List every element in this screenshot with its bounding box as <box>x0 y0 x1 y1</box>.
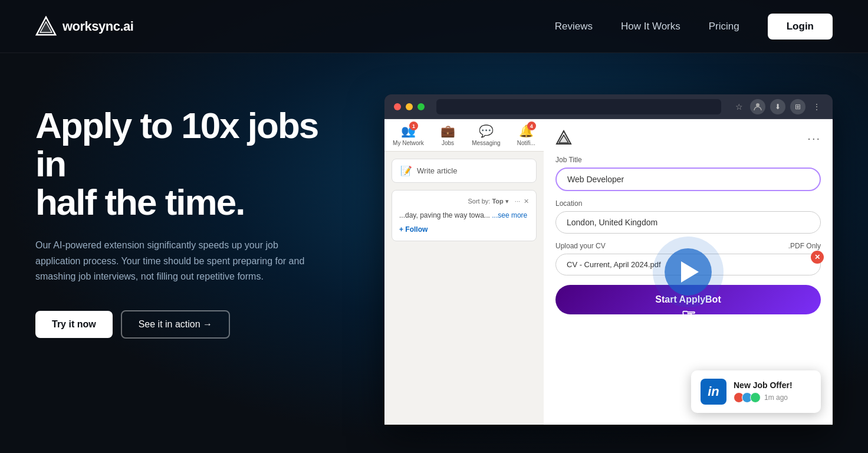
location-label: Location <box>555 199 821 208</box>
notifications-badge: 4 <box>527 122 536 130</box>
video-play-button[interactable] <box>665 248 712 296</box>
browser-mockup: ☆ ⬇ ⊞ ⋮ 👥 1 <box>384 94 833 425</box>
hero-heading-line1: Apply to 10x jobs in <box>35 105 318 184</box>
write-article-label: Write article <box>417 166 457 175</box>
hero-heading-line2: half the time. <box>35 182 244 222</box>
star-icon: ☆ <box>733 102 745 111</box>
linkedin-in-text: in <box>708 384 719 399</box>
download-icon: ⬇ <box>770 99 785 114</box>
write-icon: 📝 <box>400 165 412 176</box>
location-input[interactable]: London, United Kingdom <box>555 211 821 234</box>
extension-header: ··· <box>555 130 821 146</box>
sort-bar: Sort by: Top ▾ ··· ✕ <box>399 198 529 205</box>
post-text: ...day, paving the way towa... ...see mo… <box>399 210 529 221</box>
linkedin-nav-network: 👥 1 My Network <box>393 124 424 146</box>
job-title-label: Job Title <box>555 156 821 164</box>
logo-text: worksync.ai <box>63 19 133 34</box>
write-article-button[interactable]: 📝 Write article <box>392 159 537 183</box>
notification-title: New Job Offer! <box>734 380 793 390</box>
post-menu-dots[interactable]: ··· <box>515 198 520 205</box>
linkedin-body: 📝 Write article Sort by: Top ▾ ··· ✕ ...… <box>384 152 544 248</box>
upload-label: Upload your CV <box>555 242 606 250</box>
start-applybot-label: Start ApplyBot <box>655 294 721 304</box>
notification-content: New Job Offer! 1m ago <box>734 380 793 403</box>
notification-time: 1m ago <box>764 393 788 402</box>
network-label: My Network <box>393 140 424 146</box>
job-title-value: Web Developer <box>567 175 624 184</box>
extension-logo-icon <box>555 130 572 146</box>
cursor-hand-icon: ☞ <box>681 306 696 325</box>
more-options-icon: ⋮ <box>810 102 823 111</box>
linkedin-nav: 👥 1 My Network 💼 Jobs 💬 Messaging <box>384 119 544 152</box>
cv-filename: CV - Current, April 2024.pdf <box>567 260 661 269</box>
header: worksync.ai Reviews How It Works Pricing… <box>0 0 868 53</box>
hero-left: Apply to 10x jobs in half the time. Our … <box>35 88 354 339</box>
job-title-input[interactable]: Web Developer <box>555 168 821 191</box>
extensions-icon: ⊞ <box>790 99 805 114</box>
browser-dot-yellow <box>406 103 413 110</box>
post-card: Sort by: Top ▾ ··· ✕ ...day, paving the … <box>392 190 537 241</box>
avatar-3 <box>750 392 761 403</box>
notification-popup: in New Job Offer! 1m ago <box>691 370 821 413</box>
hero-heading: Apply to 10x jobs in half the time. <box>35 106 354 221</box>
linkedin-nav-notifications: 🔔 4 Notifi... <box>517 124 535 146</box>
location-value: London, United Kingdom <box>567 218 657 227</box>
pdf-only-note: .PDF Only <box>788 242 821 250</box>
hero-section: Apply to 10x jobs in half the time. Our … <box>0 53 868 453</box>
browser-url-bar[interactable] <box>436 99 721 114</box>
linkedin-notification-icon: in <box>701 379 726 405</box>
sort-label: Sort by: Top ▾ <box>468 198 508 205</box>
jobs-label: Jobs <box>442 140 454 146</box>
follow-button[interactable]: + Follow <box>399 225 529 234</box>
svg-point-2 <box>756 103 760 107</box>
see-more-link[interactable]: ...see more <box>492 211 527 219</box>
logo-area: worksync.ai <box>35 16 133 37</box>
post-close-icon[interactable]: ✕ <box>524 198 529 205</box>
browser-topbar: ☆ ⬇ ⊞ ⋮ <box>384 94 833 119</box>
main-nav: Reviews How It Works Pricing Login <box>555 14 833 40</box>
linkedin-panel: 👥 1 My Network 💼 Jobs 💬 Messaging <box>384 119 544 425</box>
notification-meta: 1m ago <box>734 392 793 403</box>
nav-how-it-works[interactable]: How It Works <box>621 21 680 32</box>
hero-buttons: Try it now See it in action → <box>35 310 354 339</box>
extension-logo <box>555 130 572 146</box>
play-arrow-icon <box>681 261 699 283</box>
hero-description: Our AI-powered extension significantly s… <box>35 238 318 284</box>
hero-right: ☆ ⬇ ⊞ ⋮ 👥 1 <box>354 88 833 425</box>
try-it-now-button[interactable]: Try it now <box>35 311 113 338</box>
logo-icon <box>35 16 57 37</box>
network-badge: 1 <box>409 122 418 130</box>
extension-menu-dots[interactable]: ··· <box>807 132 821 145</box>
browser-dot-green <box>417 103 425 110</box>
profile-icon <box>750 99 765 114</box>
nav-pricing[interactable]: Pricing <box>709 21 739 32</box>
login-button[interactable]: Login <box>768 14 833 40</box>
see-it-in-action-button[interactable]: See it in action → <box>121 310 230 339</box>
browser-dot-red <box>394 103 401 110</box>
linkedin-nav-jobs: 💼 Jobs <box>440 124 455 146</box>
post-content: ...day, paving the way towa... <box>399 211 490 219</box>
messaging-label: Messaging <box>472 140 500 146</box>
linkedin-nav-messaging: 💬 Messaging <box>472 124 500 146</box>
notification-avatars <box>734 392 761 403</box>
nav-reviews[interactable]: Reviews <box>555 21 593 32</box>
cv-remove-button[interactable]: ✕ <box>811 251 824 264</box>
notifications-label: Notifi... <box>517 140 535 146</box>
